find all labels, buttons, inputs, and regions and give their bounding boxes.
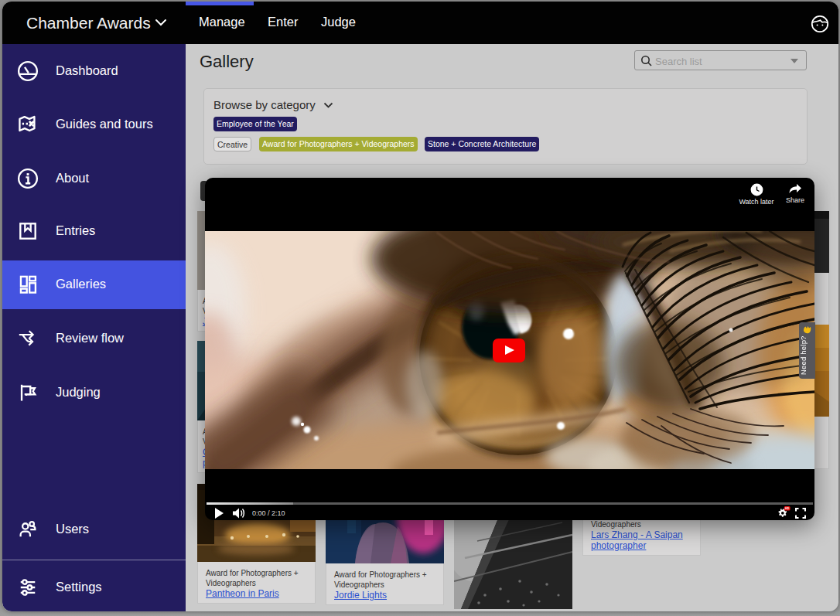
svg-text:HD: HD <box>785 507 790 510</box>
